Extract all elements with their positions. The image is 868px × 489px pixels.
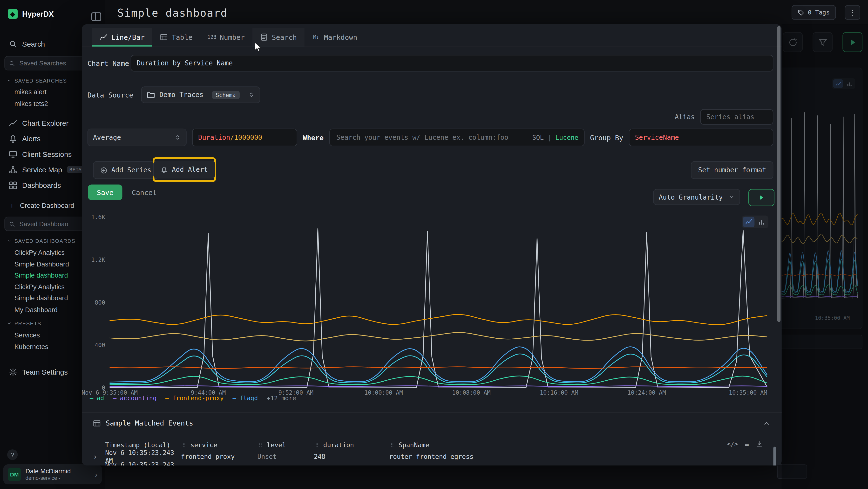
alias-row: Alias Series alias: [675, 109, 773, 124]
saved-searches-input[interactable]: [18, 59, 70, 67]
legend-item[interactable]: — ad: [90, 395, 104, 402]
beta-badge: BETA: [67, 166, 84, 173]
mini-chart[interactable]: [780, 94, 858, 304]
where-search[interactable]: SQL|Lucene: [329, 128, 585, 146]
collapse-icon[interactable]: [763, 419, 771, 427]
chart-name-input[interactable]: Duration by Service Name: [131, 55, 774, 71]
group-by-input[interactable]: ServiceName: [629, 128, 773, 146]
dashboard-tile-header[interactable]: [777, 335, 863, 349]
editor-tab[interactable]: Table: [152, 28, 200, 47]
sidebar-item-search[interactable]: Search: [4, 37, 81, 51]
event-row[interactable]: › Nov 6 10:35:23.243 AM frontend-proxy U…: [93, 463, 771, 465]
bar-chart-toggle[interactable]: [844, 79, 854, 88]
tab-label: Table: [172, 33, 192, 41]
dashboard-tile-stub: [777, 464, 807, 479]
line-chart-toggle[interactable]: [833, 79, 843, 88]
presets-section-title[interactable]: PRESETS: [7, 320, 41, 326]
drag-handle-icon[interactable]: [181, 442, 187, 448]
mini-axis-label: 10:35:00 AM: [815, 315, 850, 321]
legend-more[interactable]: +12 more: [267, 395, 296, 402]
legend-dash: —: [232, 395, 236, 402]
add-series-button[interactable]: Add Series: [93, 161, 158, 179]
run-query-button[interactable]: [842, 32, 863, 52]
granularity-select[interactable]: Auto Granularity: [653, 189, 740, 205]
drag-handle-icon[interactable]: [314, 442, 320, 448]
select-updown-icon: [248, 91, 255, 98]
sidebar-collapse-icon[interactable]: [91, 11, 102, 22]
row-density-icon[interactable]: ≡: [745, 440, 749, 448]
help-button[interactable]: ?: [7, 450, 18, 460]
nav-item-label: Chart Explorer: [22, 119, 68, 127]
mini-chart-type-toggle[interactable]: [832, 78, 855, 89]
chart-type-toggle[interactable]: [742, 215, 768, 228]
chart-run-button[interactable]: [748, 189, 774, 206]
sidebar-item-team-settings[interactable]: Team Settings: [4, 365, 81, 379]
user-menu[interactable]: DM Dale McDiarmid demo-service - ›: [3, 464, 102, 484]
legend-item[interactable]: — flagd: [232, 395, 258, 402]
saved-dashboards-search[interactable]: [4, 217, 86, 231]
events-rows: › Nov 6 10:35:23.243 AM frontend-proxy U…: [93, 451, 771, 466]
svg-text:800: 800: [95, 299, 105, 306]
saved-dashboards-input[interactable]: [18, 220, 70, 228]
event-row[interactable]: › Nov 6 10:35:23.243 AM frontend-proxy U…: [93, 451, 771, 463]
nav-icon: [9, 150, 17, 158]
svg-text:1.6K: 1.6K: [91, 214, 105, 221]
drag-handle-icon[interactable]: [257, 442, 264, 448]
editor-tab[interactable]: M↓ Markdown: [305, 28, 365, 47]
nav-icon: [9, 165, 17, 174]
set-number-format-button[interactable]: Set number format: [691, 161, 774, 179]
sample-events-header[interactable]: Sample Matched Events: [93, 419, 771, 427]
duration-chart[interactable]: 04008001.2K1.6KNov 6 9:35:00 AM9:44:00 A…: [88, 213, 774, 396]
save-button[interactable]: Save: [88, 185, 123, 200]
create-dashboard-button[interactable]: + Create Dashboard: [4, 198, 81, 213]
add-alert-button[interactable]: Add Alert: [154, 161, 215, 178]
row-expand-icon[interactable]: ›: [93, 465, 105, 465]
column-spanname[interactable]: SpanName: [389, 441, 704, 449]
column-level[interactable]: level: [257, 441, 314, 449]
topbar: Simple dashboard 0 Tags ⋮: [105, 0, 868, 24]
hyperdx-logo-icon: ◆: [8, 9, 18, 19]
data-source-select[interactable]: Demo Traces Schema: [141, 86, 260, 103]
events-scrollbar[interactable]: [773, 447, 776, 465]
gear-icon: [9, 368, 17, 376]
legend-label: flagd: [240, 395, 258, 402]
bar-chart-toggle[interactable]: [756, 217, 767, 227]
alias-input[interactable]: Series alias: [700, 109, 773, 124]
line-chart-toggle[interactable]: [743, 217, 754, 227]
saved-searches-search[interactable]: [4, 56, 86, 70]
column-service[interactable]: service: [181, 441, 257, 449]
dashboard-background: 10:35:00 AM: [782, 24, 868, 489]
aggregation-select[interactable]: Average: [88, 128, 187, 146]
legend-item[interactable]: — frontend-proxy: [165, 395, 224, 402]
cancel-button[interactable]: Cancel: [132, 185, 157, 200]
column-timestamp[interactable]: Timestamp (Local): [105, 441, 181, 449]
saved-dashboards-section-title[interactable]: SAVED DASHBOARDS: [7, 238, 75, 244]
funnel-icon: [818, 37, 827, 47]
field-input[interactable]: Duration/1000000: [192, 128, 297, 146]
editor-tab[interactable]: 123 Number: [200, 28, 252, 47]
where-input[interactable]: [335, 133, 528, 142]
row-expand-icon[interactable]: ›: [93, 453, 105, 461]
nav-icon: [9, 181, 17, 189]
modal-scrollbar[interactable]: [777, 26, 780, 322]
saved-searches-section-title[interactable]: SAVED SEARCHES: [7, 78, 67, 84]
tags-button[interactable]: 0 Tags: [792, 5, 836, 20]
legend-label: ad: [97, 395, 104, 402]
dashboard-menu-button[interactable]: ⋮: [845, 5, 860, 20]
download-icon[interactable]: [756, 440, 763, 448]
column-duration[interactable]: duration: [314, 441, 389, 449]
dashboard-tile[interactable]: 10:35:00 AM: [777, 67, 863, 329]
divider: [82, 412, 782, 413]
screen: ◆ HyperDX Search SAVED SEARCHES mikes al…: [0, 0, 868, 489]
query-language-toggle[interactable]: SQL|Lucene: [532, 134, 579, 141]
dashboard-title[interactable]: Simple dashboard: [117, 7, 227, 19]
legend-item[interactable]: — accounting: [113, 395, 156, 402]
filter-button[interactable]: [812, 32, 833, 52]
events-table-actions: </> ≡: [727, 440, 763, 448]
legend-label: accounting: [120, 395, 156, 402]
drag-handle-icon[interactable]: [389, 442, 395, 448]
editor-tab[interactable]: Search: [252, 28, 305, 47]
refresh-button[interactable]: [783, 32, 803, 52]
code-view-icon[interactable]: </>: [727, 440, 738, 448]
editor-tab[interactable]: Line/Bar: [92, 28, 152, 47]
